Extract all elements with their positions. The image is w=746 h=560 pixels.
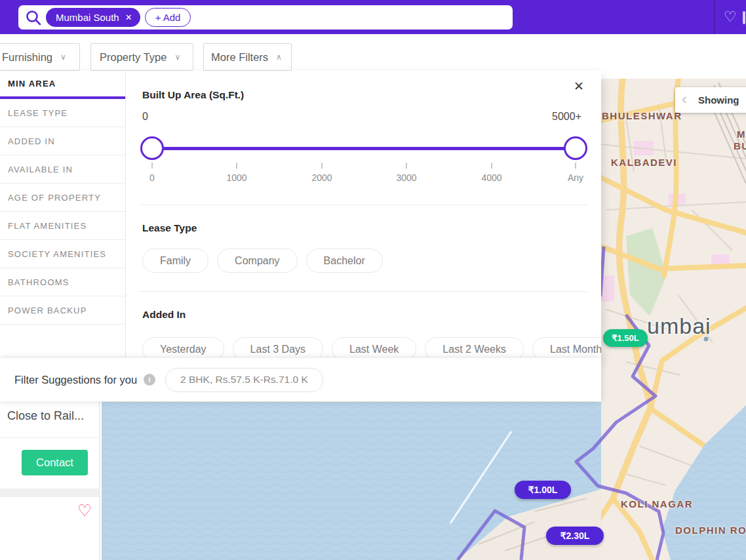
area-section-title: Built Up Area (Sq.Ft.): [142, 89, 244, 101]
sidebar-item-available-in[interactable]: AVAILABLE IN: [0, 155, 125, 184]
price-marker[interactable]: ₹1.00L: [515, 481, 571, 499]
suggestion-pill[interactable]: 2 BHK, Rs.57.5 K-Rs.71.0 K: [165, 368, 323, 392]
tick-label: 1000: [226, 172, 246, 183]
search-icon: [25, 9, 42, 26]
search-chip-label: Mumbai South: [56, 12, 119, 23]
lease-option-family[interactable]: Family: [142, 249, 208, 273]
sidebar-item-flat-amenities[interactable]: FLAT AMENITIES: [0, 212, 125, 240]
map-label-truncated-bu: BU: [734, 140, 746, 151]
section-divider: [139, 205, 588, 205]
range-values: 0 5000+: [142, 111, 581, 123]
added-option-last-week[interactable]: Last Week: [332, 337, 416, 358]
add-locality-button[interactable]: + Add: [145, 8, 191, 27]
tick-label: Any: [568, 172, 583, 183]
header-bar: Mumbai South ✕ + Add ♡: [0, 0, 746, 34]
close-icon[interactable]: ✕: [574, 79, 584, 94]
filter-button-more-filters[interactable]: More Filters ∧: [203, 43, 292, 71]
header-divider: [714, 0, 715, 34]
chevron-up-icon: ∧: [276, 52, 282, 62]
slider-track[interactable]: [152, 147, 576, 150]
map-label-kalbadevi: KALBADEVI: [611, 157, 677, 168]
suggestions-label: Filter Suggestions for you: [14, 374, 137, 386]
filter-button-furnishing[interactable]: Furnishing ∨: [0, 43, 80, 71]
tick-mark: [491, 163, 492, 169]
tick-mark: [406, 163, 407, 169]
added-option-yesterday[interactable]: Yesterday: [142, 337, 224, 358]
slider-handle-max[interactable]: [564, 136, 587, 160]
card-gap: [0, 489, 99, 497]
lease-section-title: Lease Type: [142, 222, 197, 234]
showing-label: Showing: [698, 94, 739, 106]
tick-mark: [151, 163, 153, 169]
lease-options: Family Company Bachelor: [142, 249, 383, 273]
more-filters-panel: MIN AREA LEASE TYPE ADDED IN AVAILABLE I…: [0, 71, 601, 358]
sidebar-item-min-area[interactable]: MIN AREA: [0, 71, 125, 99]
added-option-last-3-days[interactable]: Last 3 Days: [233, 337, 323, 358]
truncated-header-icon: [743, 11, 745, 24]
filter-panel-sidebar: MIN AREA LEASE TYPE ADDED IN AVAILABLE I…: [0, 71, 126, 358]
added-option-last-month[interactable]: Last Month: [532, 337, 601, 358]
map-label-truncated-m: M: [737, 129, 746, 140]
slider-handle-min[interactable]: [140, 136, 164, 160]
listing-card-column: Close to Rail... Contact ♡: [0, 402, 100, 560]
chevron-down-icon: ∨: [60, 52, 66, 62]
sidebar-item-age-of-property[interactable]: AGE OF PROPERTY: [0, 184, 125, 212]
app-window: BHULESHWAR KALBADEVI KOLI NAGAR DOLPHIN …: [0, 0, 746, 560]
chevron-down-icon: ∨: [174, 52, 180, 62]
sidebar-item-bathrooms[interactable]: BATHROOMS: [0, 268, 125, 296]
range-min-value: 0: [142, 111, 148, 123]
range-max-value: 5000+: [552, 111, 581, 123]
added-section-title: Added In: [142, 309, 186, 321]
tick-label: 0: [149, 172, 155, 183]
tick-mark: [321, 163, 323, 169]
sidebar-item-society-amenities[interactable]: SOCIETY AMENITIES: [0, 240, 125, 268]
sidebar-item-lease-type[interactable]: LEASE TYPE: [0, 99, 125, 127]
search-input[interactable]: Mumbai South ✕ + Add: [18, 5, 513, 30]
lease-option-company[interactable]: Company: [217, 249, 297, 273]
sidebar-item-added-in[interactable]: ADDED IN: [0, 127, 125, 155]
results-pagination-bar: ‹ Showing: [675, 87, 746, 113]
filter-button-label: Property Type: [100, 51, 167, 64]
info-icon[interactable]: i: [144, 374, 155, 386]
filter-button-label: More Filters: [211, 51, 268, 64]
filter-suggestions-bar: Filter Suggestions for you i 2 BHK, Rs.5…: [0, 358, 601, 401]
section-divider: [139, 291, 588, 292]
chip-remove-icon[interactable]: ✕: [125, 12, 132, 22]
map-city-label: umbai: [647, 313, 711, 339]
price-marker[interactable]: ₹1.50L: [603, 329, 648, 347]
contact-button[interactable]: Contact: [22, 450, 88, 475]
tick-label: 3000: [396, 172, 416, 183]
map-label-koli-nagar: KOLI NAGAR: [621, 498, 693, 510]
tick-label: 4000: [481, 172, 501, 183]
map-label-dolphin-rock: DOLPHIN ROC: [675, 525, 746, 536]
filter-button-label: Furnishing: [2, 51, 52, 64]
tick-mark: [236, 163, 237, 169]
listing-divider: [0, 437, 99, 438]
filter-panel-content: ✕ Built Up Area (Sq.Ft.) 0 5000+ 0 1000 …: [126, 71, 601, 358]
sidebar-item-power-backup[interactable]: POWER BACKUP: [0, 296, 125, 325]
wishlist-icon[interactable]: ♡: [724, 9, 737, 26]
tick-mark: [575, 163, 576, 169]
favorite-heart-icon[interactable]: ♡: [77, 501, 92, 520]
tick-label: 2000: [311, 172, 332, 183]
filter-button-property-type[interactable]: Property Type ∨: [90, 43, 193, 71]
added-option-last-2-weeks[interactable]: Last 2 Weeks: [425, 337, 524, 358]
search-chip-locality[interactable]: Mumbai South ✕: [46, 8, 140, 27]
back-chevron-icon[interactable]: ‹: [675, 91, 687, 109]
price-marker[interactable]: ₹2.30L: [546, 527, 604, 545]
lease-option-bachelor[interactable]: Bachelor: [306, 249, 383, 273]
map-label-bhuleshwar: BHULESHWAR: [602, 110, 682, 121]
added-options: Yesterday Last 3 Days Last Week Last 2 W…: [142, 337, 601, 358]
listing-title: Close to Rail...: [7, 409, 84, 423]
